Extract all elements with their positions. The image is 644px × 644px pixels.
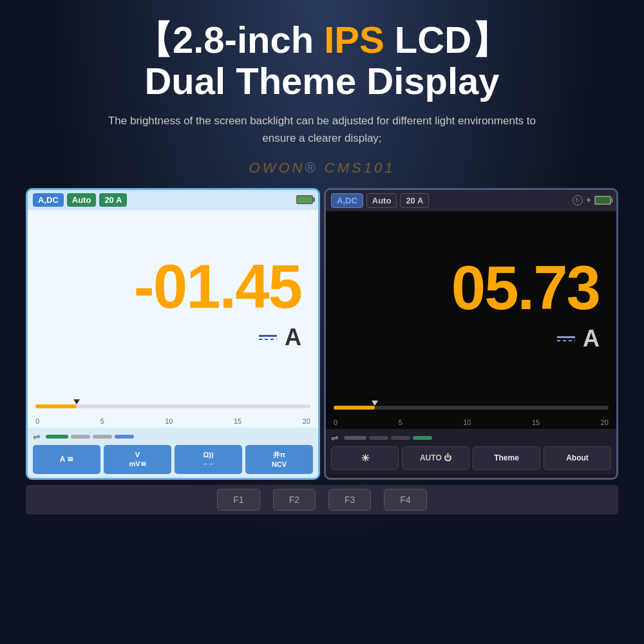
dark-fn-btn-theme[interactable]: Theme	[473, 446, 540, 470]
light-mode-icon: ⇌	[33, 431, 41, 442]
light-indicator-bars	[46, 435, 134, 439]
dark-main-value: 05.73	[336, 257, 606, 319]
light-fn-btn-ohm[interactable]: Ω))→←	[175, 445, 242, 474]
light-unit-row: A	[259, 324, 308, 351]
light-fn-btn-ncv[interactable]: 井πNCV	[245, 445, 313, 474]
dark-function-buttons: ☀ AUTO ⏻ Theme About	[331, 446, 611, 470]
light-badge-20a: 20 A	[99, 193, 127, 207]
light-main-value: -01.45	[38, 256, 308, 317]
brand-name: OWON	[249, 160, 305, 176]
light-dc-dashed-line	[259, 339, 277, 340]
dark-scale-labels: 0 5 10 15 20	[334, 419, 609, 426]
dark-bar-gray2	[391, 436, 410, 440]
screen-light: A,DC Auto 20 A -01.45 A	[26, 188, 320, 480]
light-bar-gray1	[71, 435, 90, 439]
light-scale-track	[35, 404, 310, 408]
dark-scale-track	[334, 406, 609, 410]
brand-logo: OWON® CMS101	[249, 160, 395, 176]
dark-dc-dashed-line	[557, 340, 575, 341]
light-scale-fill	[35, 404, 77, 408]
dark-bar-gray1	[369, 436, 388, 440]
dark-mode-indicators: ⇌	[331, 433, 611, 443]
dark-unit-letter: A	[583, 325, 600, 352]
dark-mode-icon: ⇌	[331, 433, 339, 443]
title-line2: Dual Theme Display	[144, 61, 499, 102]
dark-badge-auto: Auto	[366, 193, 397, 208]
dark-bar-blue	[413, 436, 432, 440]
light-bar-gray2	[93, 435, 112, 439]
dark-battery-icon	[594, 196, 611, 205]
dark-scale-section: 0 5 10 15 20	[326, 392, 616, 429]
dark-scale-needle	[372, 401, 378, 406]
dark-bar-green	[344, 436, 366, 440]
light-function-buttons: A ≌ VmV≌ Ω))→← 井πNCV	[33, 445, 313, 474]
dark-bottom-controls: ⇌ ☀ AUTO ⏻ Theme About	[326, 429, 616, 474]
light-display-area: -01.45 A	[28, 210, 318, 390]
light-bar-blue	[115, 435, 134, 439]
dark-badge-adc: A,DC	[331, 193, 363, 208]
f2-button[interactable]: F2	[273, 489, 316, 511]
light-scale-labels: 0 5 10 15 20	[35, 417, 310, 425]
light-fn-btn-vmv[interactable]: VmV≌	[104, 445, 171, 474]
screen-dark: A,DC Auto 20 A ↻ ✦ 05.73 A	[324, 188, 618, 480]
light-scale-needle	[73, 399, 80, 404]
light-scale-section: 0 5 10 15 20	[28, 390, 318, 428]
dark-dc-symbol	[557, 336, 575, 341]
dark-fn-btn-about[interactable]: About	[544, 446, 611, 470]
dark-fn-btn-brightness[interactable]: ☀	[331, 446, 399, 470]
dark-scale-fill	[334, 406, 375, 410]
f4-button[interactable]: F4	[384, 489, 426, 511]
subtitle: The brightness of the screen backlight c…	[90, 112, 554, 147]
light-dc-solid-line	[259, 335, 277, 337]
f-buttons-row: F1 F2 F3 F4	[26, 485, 618, 515]
dark-scale-bar	[334, 397, 609, 416]
dark-top-bar: A,DC Auto 20 A ↻ ✦	[326, 190, 616, 211]
light-unit-letter: A	[285, 324, 301, 351]
dark-fn-btn-auto[interactable]: AUTO ⏻	[402, 446, 469, 470]
light-top-bar: A,DC Auto 20 A	[28, 190, 318, 210]
light-scale-bar	[35, 395, 310, 415]
dark-indicator-bars	[344, 436, 432, 440]
light-dc-symbol	[259, 335, 277, 340]
dark-icons-group: ↻ ✦	[573, 195, 611, 205]
dark-dc-solid-line	[557, 336, 575, 338]
light-mode-indicators: ⇌	[33, 431, 313, 442]
dark-bluetooth-icon: ✦	[585, 196, 592, 205]
dark-refresh-icon: ↻	[573, 195, 583, 205]
light-battery-icon	[296, 195, 313, 204]
main-content: 【2.8-inch IPS LCD】 Dual Theme Display Th…	[0, 0, 644, 527]
f3-button[interactable]: F3	[328, 489, 371, 511]
f1-button[interactable]: F1	[217, 489, 260, 511]
light-bar-green	[46, 435, 68, 439]
ips-text: IPS	[324, 19, 384, 61]
light-badge-adc: A,DC	[33, 193, 64, 207]
dark-display-area: 05.73 A	[326, 211, 616, 392]
light-fn-btn-a[interactable]: A ≌	[33, 445, 100, 474]
model-name: CMS101	[325, 160, 395, 176]
light-badge-auto: Auto	[67, 193, 97, 207]
light-bottom-controls: ⇌ A ≌ VmV≌ Ω))→← 井πNCV	[28, 428, 318, 478]
dark-unit-row: A	[557, 325, 606, 352]
title-line1: 【2.8-inch IPS LCD】	[135, 19, 509, 61]
screens-container: A,DC Auto 20 A -01.45 A	[26, 188, 618, 480]
dark-badge-20a: 20 A	[400, 193, 429, 208]
